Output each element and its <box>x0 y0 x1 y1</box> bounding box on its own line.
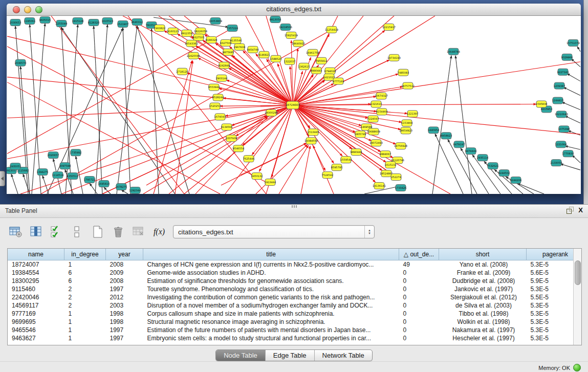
svg-text:1678275: 1678275 <box>116 185 127 188</box>
select-all-icon[interactable] <box>50 225 63 239</box>
table-cell[interactable]: 9777169 <box>8 310 64 318</box>
table-cell[interactable]: 0 <box>399 285 439 293</box>
table-cell[interactable]: 6 <box>64 277 106 285</box>
table-cell[interactable]: 1 <box>64 260 106 269</box>
table-cell[interactable]: 0 <box>399 301 439 310</box>
table-cell[interactable]: 6 <box>64 269 106 277</box>
table-row[interactable]: 969969511998Structural magnetic resonanc… <box>8 318 582 326</box>
tab-edge-table[interactable]: Edge Table <box>265 350 314 361</box>
table-row[interactable]: 911546021997Tourette syndrome. Phenomeno… <box>8 285 582 293</box>
table-cell[interactable]: 0 <box>399 293 439 301</box>
table-cell[interactable]: Nakamura et al. (1997) <box>439 326 527 334</box>
close-panel-icon[interactable]: X <box>578 207 583 213</box>
table-cell[interactable]: Disruption of a novel member of a sodium… <box>143 301 399 310</box>
table-cell[interactable]: 2 <box>64 293 106 301</box>
table-cell[interactable]: 1998 <box>106 318 143 326</box>
delete-table-icon[interactable] <box>132 225 145 239</box>
scrollbar-thumb[interactable] <box>575 260 581 285</box>
table-row[interactable]: 1456911722003Disruption of a novel membe… <box>8 301 582 310</box>
table-cell[interactable]: Dudbridge et al. (2008) <box>439 277 527 285</box>
table-cell[interactable]: Changes of HCN gene expression and I(f) … <box>143 260 399 269</box>
deselect-all-icon[interactable] <box>71 225 84 239</box>
table-row[interactable]: 2242004622012Investigating the contribut… <box>8 293 582 301</box>
table-row[interactable]: 946554611997Estimation of the future num… <box>8 326 582 334</box>
table-cell[interactable]: 1 <box>64 310 106 318</box>
table-cell[interactable]: 2008 <box>106 260 143 269</box>
table-cell[interactable]: Structural magnetic resonance image aver… <box>143 318 399 326</box>
select-columns-icon[interactable] <box>30 225 43 239</box>
table-cell[interactable]: 1 <box>64 334 106 342</box>
new-table-icon[interactable] <box>91 225 104 239</box>
table-cell[interactable]: Investigating the contribution of common… <box>143 293 399 301</box>
table-cell[interactable]: Hescheler et al. (1997) <box>439 334 527 342</box>
table-cell[interactable]: 0 <box>399 277 439 285</box>
table-cell[interactable]: 9699695 <box>8 318 64 326</box>
table-cell[interactable]: 9115460 <box>8 285 64 293</box>
table-cell[interactable]: 18724007 <box>8 260 64 269</box>
table-cell[interactable]: Yano et al. (2008) <box>439 260 527 269</box>
table-body[interactable]: 1872400712008Changes of HCN gene express… <box>8 260 582 343</box>
table-cell[interactable]: 2012 <box>106 293 143 301</box>
column-header-name[interactable]: name <box>8 249 64 260</box>
function-builder-icon[interactable]: f(x) <box>153 225 166 239</box>
table-cell[interactable]: 1997 <box>106 326 143 334</box>
table-cell[interactable]: 0 <box>399 310 439 318</box>
window-titlebar[interactable]: citations_edges.txt <box>7 4 581 16</box>
table-selector-combobox[interactable]: citations_edges.txt ▲▼ <box>173 225 375 238</box>
table-cell[interactable]: Estimation of the future numbers of pati… <box>143 326 399 334</box>
table-cell[interactable]: 2003 <box>106 301 143 310</box>
float-panel-icon[interactable] <box>567 207 573 213</box>
table-cell[interactable]: 1 <box>64 318 106 326</box>
table-cell[interactable]: Wolkin et al. (1998) <box>439 318 527 326</box>
table-cell[interactable]: 22420046 <box>8 293 64 301</box>
table-cell[interactable]: Embryonic stem cells: a model to study s… <box>143 334 399 342</box>
table-cell[interactable]: 19384554 <box>8 269 64 277</box>
table-cell[interactable]: 1998 <box>106 310 143 318</box>
memory-ok-indicator[interactable] <box>573 364 581 371</box>
table-cell[interactable]: Franke et al. (2009) <box>439 269 527 277</box>
table-cell[interactable]: 1 <box>64 326 106 334</box>
table-cell[interactable]: 0 <box>399 326 439 334</box>
table-cell[interactable]: 0 <box>399 318 439 326</box>
table-row[interactable]: 977716911998Corpus callosum shape and si… <box>8 310 582 318</box>
table-cell[interactable]: 0 <box>399 269 439 277</box>
tab-node-table[interactable]: Node Table <box>216 350 265 361</box>
panel-divider-grip[interactable] <box>292 205 298 208</box>
table-cell[interactable]: Tourette syndrome. Phenomenology and cla… <box>143 285 399 293</box>
table-row[interactable]: 1872400712008Changes of HCN gene express… <box>8 260 582 269</box>
table-cell[interactable]: 2 <box>64 285 106 293</box>
column-header-out_de[interactable]: △ out_de... <box>399 249 439 260</box>
tab-network-table[interactable]: Network Table <box>314 350 372 361</box>
table-vertical-scrollbar[interactable] <box>573 249 581 345</box>
table-cell[interactable]: de Silva et al. (2003) <box>439 301 527 310</box>
table-cell[interactable]: Corpus callosum shape and size in male p… <box>143 310 399 318</box>
column-header-title[interactable]: title <box>143 249 399 260</box>
table-cell[interactable]: Stergiakouli et al. (2012) <box>439 293 527 301</box>
table-cell[interactable]: Estimation of significance thresholds fo… <box>143 277 399 285</box>
table-row[interactable]: 946362711997Embryonic stem cells: a mode… <box>8 334 582 342</box>
column-header-year[interactable]: year <box>106 249 143 260</box>
table-cell[interactable]: 18300295 <box>8 277 64 285</box>
column-header-in_degree[interactable]: in_degree <box>64 249 106 260</box>
table-header[interactable]: namein_degreeyeartitle△ out_de...shortpa… <box>8 249 582 260</box>
table-cell[interactable]: Tibbo et al. (1998) <box>439 310 527 318</box>
table-cell[interactable]: 9463627 <box>8 334 64 342</box>
table-cell[interactable]: 0 <box>399 334 439 342</box>
table-cell[interactable]: 1997 <box>106 334 143 342</box>
collapse-left-panel-handle[interactable] <box>0 171 5 186</box>
table-cell[interactable]: 1997 <box>106 285 143 293</box>
table-cell[interactable]: 2009 <box>106 269 143 277</box>
table-settings-icon[interactable] <box>9 225 23 239</box>
table-cell[interactable]: 9465546 <box>8 326 64 334</box>
table-cell[interactable]: Jankovic et al. (1997) <box>439 285 527 293</box>
network-canvas[interactable]: 2030653119506196050152255049191512881283… <box>7 16 581 194</box>
table-cell[interactable]: 14569117 <box>8 301 64 310</box>
table-row[interactable]: 1938455462009Genome-wide association stu… <box>8 269 582 277</box>
table-cell[interactable]: Genome-wide association studies in ADHD. <box>143 269 399 277</box>
delete-entries-icon[interactable] <box>112 225 125 239</box>
table-cell[interactable]: 49 <box>399 260 439 269</box>
column-header-short[interactable]: short <box>439 249 527 260</box>
table-cell[interactable]: 2008 <box>106 277 143 285</box>
table-cell[interactable]: 2 <box>64 301 106 310</box>
table-row[interactable]: 1830029562008Estimation of significance … <box>8 277 582 285</box>
